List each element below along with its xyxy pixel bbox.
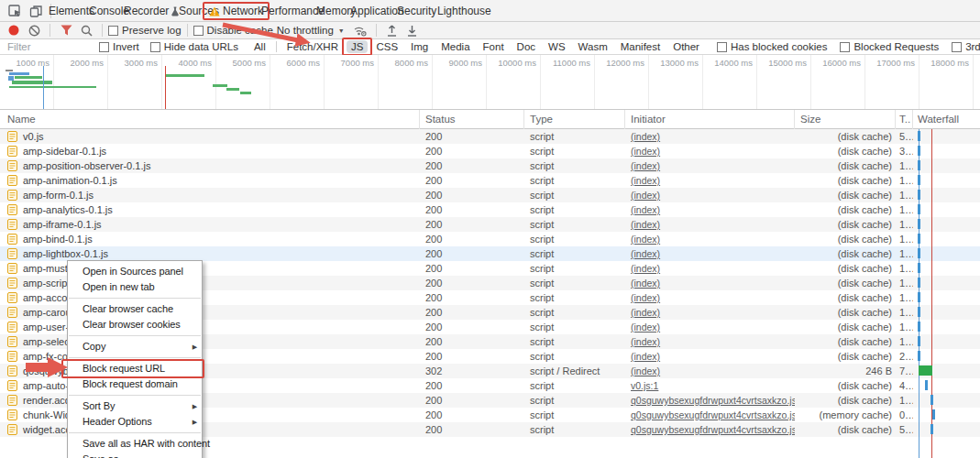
invert-checkbox[interactable]: Invert bbox=[99, 41, 139, 52]
menu-item-clear-browser-cookies[interactable]: Clear browser cookies bbox=[68, 317, 202, 333]
menu-item-sort-by[interactable]: Sort By▶ bbox=[68, 398, 202, 414]
filter-chip-manifest[interactable]: Manifest bbox=[616, 40, 665, 53]
menu-item-header-options[interactable]: Header Options▶ bbox=[68, 414, 202, 430]
request-size: (disk cache) bbox=[795, 217, 896, 232]
network-request-row[interactable]: amp-bind-0.1.js 200 script (index) (disk… bbox=[0, 232, 980, 246]
tab-elements[interactable]: Elements bbox=[49, 0, 94, 22]
tab-performance[interactable]: Performance bbox=[261, 0, 325, 22]
import-har-button[interactable] bbox=[382, 22, 402, 38]
filter-chip-all[interactable]: All bbox=[249, 40, 270, 53]
request-time: 1… bbox=[896, 158, 913, 173]
checkbox-box[interactable] bbox=[717, 42, 727, 52]
initiator-link[interactable]: (index) bbox=[631, 146, 660, 157]
initiator-link[interactable]: (index) bbox=[631, 336, 660, 347]
checkbox-box[interactable] bbox=[99, 42, 109, 52]
request-size: (disk cache) bbox=[795, 393, 896, 408]
menu-item-block-request-url[interactable]: Block request URL bbox=[68, 361, 202, 376]
disable-cache-checkbox[interactable]: Disable cache bbox=[193, 25, 273, 36]
checkbox-box[interactable] bbox=[108, 26, 118, 36]
network-request-row[interactable]: amp-analytics-0.1.js 200 script (index) … bbox=[0, 202, 980, 217]
request-type: script bbox=[524, 378, 625, 393]
network-request-row[interactable]: amp-position-observer-0.1.js 200 script … bbox=[0, 158, 980, 173]
menu-item-clear-browser-cache[interactable]: Clear browser cache bbox=[68, 301, 202, 317]
tab-security[interactable]: Security bbox=[397, 0, 436, 22]
column-header-name[interactable]: Name bbox=[7, 114, 36, 125]
initiator-link[interactable]: (index) bbox=[631, 292, 660, 303]
blocked-requests-checkbox[interactable]: Blocked Requests bbox=[840, 41, 939, 52]
request-time: 7… bbox=[896, 364, 913, 378]
initiator-link[interactable]: (index) bbox=[631, 278, 660, 289]
tab-lighthouse[interactable]: Lighthouse bbox=[437, 0, 491, 22]
filter-chip-ws[interactable]: WS bbox=[544, 40, 570, 53]
throttling-select[interactable]: No throttling ▼ bbox=[277, 25, 345, 36]
filter-chip-font[interactable]: Font bbox=[479, 40, 509, 53]
network-request-row[interactable]: amp-lightbox-0.1.js 200 script (index) (… bbox=[0, 246, 980, 261]
network-request-row[interactable]: amp-form-0.1.js 200 script (index) (disk… bbox=[0, 188, 980, 202]
initiator-link[interactable]: (index) bbox=[631, 351, 660, 362]
network-request-row[interactable]: amp-iframe-0.1.js 200 script (index) (di… bbox=[0, 217, 980, 232]
initiator-link[interactable]: (index) bbox=[631, 248, 660, 259]
initiator-link[interactable]: (index) bbox=[631, 175, 660, 186]
checkbox-box[interactable] bbox=[193, 26, 204, 36]
initiator-link[interactable]: q0sguwybsexugfdrwpuxt4cvrtsaxkzo.js bbox=[631, 395, 795, 406]
export-har-button[interactable] bbox=[402, 22, 423, 38]
clear-network-log-button[interactable] bbox=[24, 22, 44, 38]
preserve-log-checkbox[interactable]: Preserve log bbox=[108, 25, 182, 36]
initiator-link[interactable]: v0.js:1 bbox=[631, 380, 658, 391]
network-request-row[interactable]: v0.js 200 script (index) (disk cache) 5… bbox=[0, 129, 980, 144]
menu-item-open-in-sources-panel[interactable]: Open in Sources panel bbox=[68, 264, 202, 279]
filter-chip-img[interactable]: Img bbox=[406, 40, 433, 53]
filter-button[interactable] bbox=[56, 22, 76, 38]
initiator-link[interactable]: (index) bbox=[631, 234, 660, 245]
initiator-link[interactable]: (index) bbox=[631, 131, 660, 142]
initiator-link[interactable]: (index) bbox=[631, 263, 660, 274]
tab-application[interactable]: Application bbox=[350, 0, 404, 22]
network-request-row[interactable]: amp-sidebar-0.1.js 200 script (index) (d… bbox=[0, 144, 980, 158]
network-request-row[interactable]: amp-animation-0.1.js 200 script (index) … bbox=[0, 173, 980, 188]
filter-chip-media[interactable]: Media bbox=[436, 40, 474, 53]
checkbox-box[interactable] bbox=[150, 42, 160, 52]
menu-item-copy[interactable]: Copy▶ bbox=[68, 339, 202, 354]
column-header-size[interactable]: Size bbox=[800, 114, 820, 125]
waterfall-bar bbox=[925, 380, 928, 390]
column-header-status[interactable]: Status bbox=[425, 114, 456, 125]
waterfall-bar bbox=[918, 322, 920, 332]
filter-chip-css[interactable]: CSS bbox=[371, 40, 402, 53]
3rd-party-requests-checkbox[interactable]: 3rd-party requests bbox=[952, 41, 980, 52]
menu-item-save-as-[interactable]: Save as... bbox=[68, 452, 202, 458]
menu-item-open-in-new-tab[interactable]: Open in new tab bbox=[68, 279, 202, 295]
network-conditions-icon[interactable] bbox=[350, 22, 370, 38]
initiator-link[interactable]: (index) bbox=[631, 160, 660, 171]
network-overview-timeline[interactable]: 1000 ms2000 ms3000 ms4000 ms5000 ms6000 … bbox=[0, 55, 980, 110]
checkbox-box[interactable] bbox=[952, 42, 962, 52]
menu-item-block-request-domain[interactable]: Block request domain bbox=[68, 376, 202, 392]
initiator-link[interactable]: (index) bbox=[631, 365, 660, 376]
initiator-link[interactable]: (index) bbox=[631, 322, 660, 333]
inspect-element-icon[interactable] bbox=[7, 4, 22, 18]
tab-recorder[interactable]: Recorder bbox=[124, 0, 179, 22]
column-header-waterfall[interactable]: Waterfall bbox=[918, 114, 959, 125]
column-header-initiator[interactable]: Initiator bbox=[631, 114, 666, 125]
column-header-time[interactable]: T.. bbox=[899, 114, 910, 125]
search-button[interactable] bbox=[76, 22, 96, 38]
filter-input[interactable] bbox=[7, 41, 99, 52]
initiator-link[interactable]: (index) bbox=[631, 204, 660, 215]
initiator-link[interactable]: q0sguwybsexugfdrwpuxt4cvrtsaxkzo.js:1 bbox=[631, 409, 795, 420]
filter-chip-wasm[interactable]: Wasm bbox=[574, 40, 612, 53]
initiator-link[interactable]: (index) bbox=[631, 190, 660, 201]
initiator-link[interactable]: (index) bbox=[631, 307, 660, 318]
menu-item-save-all-as-har-with-content[interactable]: Save all as HAR with content bbox=[68, 436, 202, 452]
column-header-type[interactable]: Type bbox=[530, 114, 553, 125]
filter-chip-doc[interactable]: Doc bbox=[512, 40, 540, 53]
tab-network[interactable]: Network bbox=[209, 0, 263, 22]
filter-chip-fetch-xhr[interactable]: Fetch/XHR bbox=[282, 40, 343, 53]
record-network-log-button[interactable] bbox=[4, 22, 24, 38]
initiator-link[interactable]: (index) bbox=[631, 219, 660, 230]
hide-data-urls-checkbox[interactable]: Hide data URLs bbox=[150, 41, 238, 52]
filter-chip-js[interactable]: JS bbox=[347, 40, 368, 53]
filter-chip-other[interactable]: Other bbox=[668, 40, 704, 53]
checkbox-box[interactable] bbox=[840, 42, 850, 52]
device-toolbar-icon[interactable] bbox=[28, 4, 43, 18]
initiator-link[interactable]: q0sguwybsexugfdrwpuxt4cvrtsaxkzo.js:1 bbox=[631, 424, 795, 435]
has-blocked-cookies-checkbox[interactable]: Has blocked cookies bbox=[717, 41, 827, 52]
